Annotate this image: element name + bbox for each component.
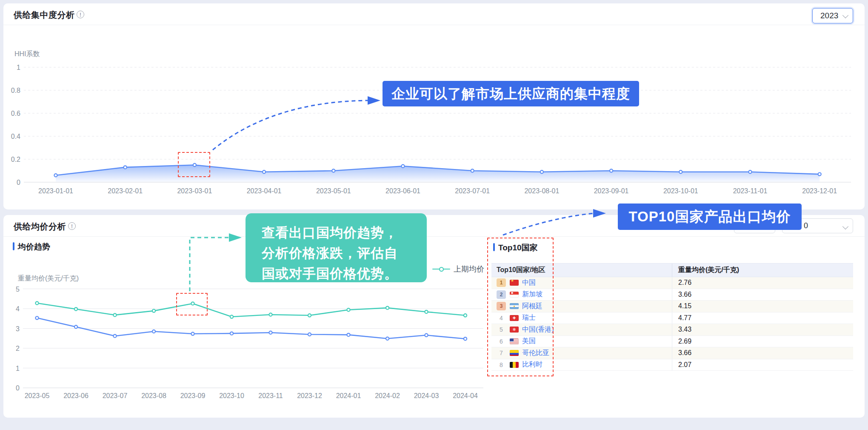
svg-text:2023-05: 2023-05: [25, 392, 50, 399]
price-cell: 3.66: [672, 289, 853, 301]
panel-supply-price: 供给均价分析 ! 0 均价趋势 Top10国家 均价 上期均价 01234520…: [3, 215, 865, 418]
callout-price-trend: 查看出口国均价趋势，分析价格涨跌，评估自国或对手国价格优势。: [246, 213, 427, 282]
svg-text:2023-10: 2023-10: [219, 392, 244, 399]
svg-text:2023-11: 2023-11: [258, 392, 283, 399]
svg-text:2023-01-01: 2023-01-01: [38, 187, 73, 195]
svg-text:2023-11-01: 2023-11-01: [733, 187, 768, 195]
topn-select-value: 0: [804, 221, 808, 230]
svg-text:2023-04-01: 2023-04-01: [247, 187, 282, 195]
price-cell: 3.43: [672, 324, 853, 335]
price-cell: 4.15: [672, 301, 853, 312]
panel-supply-concentration: 供给集中度分析 ! 2023 00.20.40.60.812023-01-012…: [3, 3, 865, 209]
svg-text:2023-07: 2023-07: [103, 392, 128, 399]
svg-text:1: 1: [17, 64, 20, 71]
svg-text:2024-04: 2024-04: [453, 392, 478, 399]
svg-text:2023-05-01: 2023-05-01: [316, 187, 351, 195]
price-cell: 4.77: [672, 312, 853, 324]
svg-text:0.2: 0.2: [11, 156, 20, 163]
svg-text:2023-07-01: 2023-07-01: [455, 187, 490, 195]
svg-text:2023-06: 2023-06: [63, 392, 89, 399]
svg-text:2023-09: 2023-09: [180, 392, 206, 399]
dashboard-page: 供给集中度分析 ! 2023 00.20.40.60.812023-01-012…: [0, 0, 868, 430]
svg-text:0.6: 0.6: [11, 110, 20, 117]
svg-text:4: 4: [16, 305, 20, 312]
chevron-down-icon: [842, 224, 848, 229]
svg-text:0.8: 0.8: [11, 87, 20, 94]
svg-text:2023-03-01: 2023-03-01: [177, 187, 212, 195]
svg-text:5: 5: [16, 286, 20, 293]
svg-text:2023-12-01: 2023-12-01: [802, 187, 837, 195]
callout-concentration: 企业可以了解市场上供应商的集中程度: [383, 81, 639, 106]
svg-text:2: 2: [16, 345, 20, 352]
svg-text:2024-03: 2024-03: [414, 392, 439, 399]
svg-text:0.4: 0.4: [11, 133, 20, 140]
svg-text:0: 0: [16, 384, 20, 392]
svg-text:2023-08: 2023-08: [141, 392, 166, 399]
svg-text:0: 0: [17, 179, 20, 186]
svg-text:2023-10-01: 2023-10-01: [663, 187, 698, 195]
price-cell: 2.69: [672, 336, 853, 347]
svg-text:2024-02: 2024-02: [375, 392, 400, 399]
price-cell: 3.66: [672, 347, 853, 359]
svg-text:HHI系数: HHI系数: [14, 50, 40, 57]
svg-text:2023-02-01: 2023-02-01: [108, 187, 143, 195]
legend-line-marker: [432, 269, 450, 270]
svg-text:2023-06-01: 2023-06-01: [385, 187, 420, 195]
highlight-box-top10-column: [487, 238, 554, 376]
svg-text:重量均价(美元/千克): 重量均价(美元/千克): [18, 275, 79, 282]
price-cell: 2.07: [672, 359, 853, 371]
price-cell: 2.76: [672, 277, 853, 289]
svg-text:2023-08-01: 2023-08-01: [524, 187, 559, 195]
legend-label: 上期均价: [454, 264, 484, 274]
svg-text:2024-01: 2024-01: [336, 392, 361, 399]
svg-text:2023-09-01: 2023-09-01: [594, 187, 629, 195]
svg-text:2023-12: 2023-12: [297, 392, 322, 399]
legend-item-previous[interactable]: 上期均价: [432, 264, 484, 274]
svg-text:3: 3: [16, 325, 20, 333]
col-header-price: 重量均价(美元/千克): [672, 264, 853, 277]
callout-top10: TOP10国家产品出口均价: [618, 204, 802, 230]
svg-text:1: 1: [16, 365, 20, 372]
highlight-box-hhi-peak: [178, 152, 210, 177]
highlight-box-price-peak: [176, 293, 208, 315]
